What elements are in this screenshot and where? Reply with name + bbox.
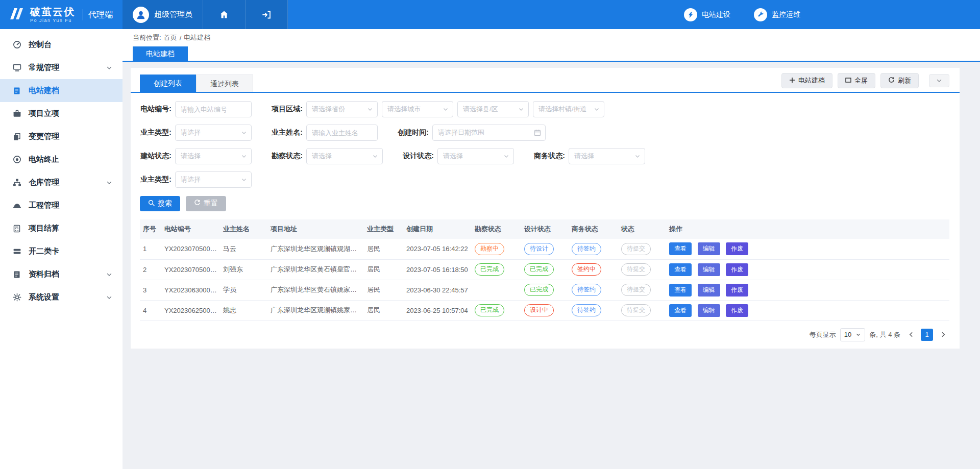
edit-button[interactable]: 编辑 bbox=[698, 284, 720, 297]
sidebar-item-console[interactable]: 控制台 bbox=[0, 33, 122, 56]
tab-passed-list[interactable]: 通过列表 bbox=[196, 75, 253, 92]
warehouse-icon bbox=[12, 178, 21, 187]
chevron-down-icon bbox=[634, 153, 641, 159]
collapse-button[interactable] bbox=[929, 74, 949, 87]
col-header-address: 项目地址 bbox=[267, 219, 364, 239]
owner-type-select[interactable]: 请选择 bbox=[175, 125, 252, 141]
design-status-badge: 设计中 bbox=[524, 304, 554, 316]
design-status-placeholder: 请选择 bbox=[443, 152, 463, 161]
logout-button[interactable] bbox=[246, 0, 288, 29]
col-header-survey: 勘察状态 bbox=[472, 219, 521, 239]
search-icon bbox=[148, 200, 155, 208]
search-label: 搜索 bbox=[158, 199, 172, 208]
sidebar-item-second-class-card[interactable]: 开二类卡 bbox=[0, 240, 122, 263]
owner-type2-select[interactable]: 请选择 bbox=[175, 171, 252, 188]
fullscreen-button[interactable]: 全屏 bbox=[838, 73, 875, 88]
tab-create-list[interactable]: 创建列表 bbox=[140, 75, 196, 92]
edit-button[interactable]: 编辑 bbox=[698, 304, 720, 317]
view-button[interactable]: 查看 bbox=[669, 304, 692, 317]
cell-code: YX2023063000009 bbox=[161, 280, 220, 300]
table-row: 2 YX2023070500010 刘强东 广东深圳龙华区黄石镇皇官大... 居… bbox=[140, 259, 949, 280]
sidebar-item-system-settings[interactable]: 系统设置 bbox=[0, 286, 122, 309]
page-number-1[interactable]: 1 bbox=[921, 329, 933, 341]
refresh-button[interactable]: 刷新 bbox=[880, 73, 919, 88]
edit-button[interactable]: 编辑 bbox=[698, 263, 720, 276]
chevron-down-icon bbox=[936, 78, 942, 84]
chevron-down-icon bbox=[855, 332, 861, 337]
cell-owner: 学员 bbox=[220, 280, 267, 300]
town-select[interactable]: 请选择村镇/街道 bbox=[533, 101, 604, 117]
chevron-down-icon bbox=[594, 106, 600, 112]
chevron-down-icon bbox=[241, 153, 247, 159]
view-button[interactable]: 查看 bbox=[669, 242, 692, 255]
monitor-icon bbox=[12, 63, 21, 72]
col-header-type: 业主类型 bbox=[364, 219, 403, 239]
fullscreen-label: 全屏 bbox=[854, 76, 868, 85]
sidebar-item-label: 项目立项 bbox=[29, 109, 59, 118]
page-tab-station-archive[interactable]: 电站建档 bbox=[133, 46, 188, 61]
card-tabs-row: 创建列表 通过列表 电站建档 全屏 bbox=[131, 68, 960, 93]
cell-type: 居民 bbox=[364, 280, 403, 300]
per-page-select[interactable]: 10 bbox=[840, 328, 865, 341]
owner-type-label: 业主类型: bbox=[140, 128, 172, 137]
breadcrumb: 当前位置: 首页 / 电站建档 bbox=[122, 29, 980, 46]
owner-type2-placeholder: 请选择 bbox=[181, 175, 201, 184]
survey-status-badge: 勘察中 bbox=[475, 243, 504, 255]
owner-name-input[interactable] bbox=[306, 125, 378, 141]
county-select[interactable]: 请选择县/区 bbox=[457, 101, 529, 117]
sidebar-item-project-settlement[interactable]: 项目结算 bbox=[0, 217, 122, 240]
cell-created: 2023-07-05 16:18:50 bbox=[403, 259, 472, 280]
sidebar-item-general-management[interactable]: 常规管理 bbox=[0, 56, 122, 79]
sidebar-item-change-management[interactable]: 变更管理 bbox=[0, 125, 122, 148]
nav-monitor-ops-label: 监控运维 bbox=[772, 10, 800, 19]
void-button[interactable]: 作废 bbox=[726, 304, 748, 317]
user-menu[interactable]: 超级管理员 bbox=[122, 0, 203, 29]
business-status-select[interactable]: 请选择 bbox=[569, 148, 645, 164]
chevron-right-icon[interactable] bbox=[937, 329, 949, 341]
create-time-range-picker[interactable]: 请选择日期范围 bbox=[432, 125, 546, 141]
void-button[interactable]: 作废 bbox=[726, 284, 748, 297]
province-placeholder: 请选择省份 bbox=[312, 105, 345, 114]
sidebar-item-engineering-management[interactable]: 工程管理 bbox=[0, 194, 122, 217]
create-station-button[interactable]: 电站建档 bbox=[781, 73, 832, 88]
search-button[interactable]: 搜索 bbox=[140, 196, 180, 211]
business-status-placeholder: 请选择 bbox=[574, 152, 594, 161]
per-page-prefix: 每页显示 bbox=[810, 330, 836, 339]
cell-created: 2023-06-30 22:45:57 bbox=[403, 280, 472, 300]
city-select[interactable]: 请选择城市 bbox=[382, 101, 453, 117]
chevron-left-icon[interactable] bbox=[904, 329, 917, 341]
void-button[interactable]: 作废 bbox=[726, 263, 748, 276]
reset-button[interactable]: 重置 bbox=[186, 196, 226, 211]
survey-status-select[interactable]: 请选择 bbox=[306, 148, 383, 164]
owner-name-label: 业主姓名: bbox=[271, 128, 303, 137]
sidebar-item-warehouse-management[interactable]: 仓库管理 bbox=[0, 171, 122, 194]
view-button[interactable]: 查看 bbox=[669, 284, 692, 297]
design-status-select[interactable]: 请选择 bbox=[437, 148, 514, 164]
business-status-badge: 待签约 bbox=[572, 243, 601, 255]
nav-station-build[interactable]: 电站建设 bbox=[684, 8, 730, 21]
logo-icon bbox=[7, 6, 26, 23]
cell-code: YX2023062500004 bbox=[161, 300, 220, 320]
nav-monitor-ops[interactable]: 监控运维 bbox=[754, 8, 800, 21]
lightning-icon bbox=[684, 8, 697, 21]
void-button[interactable]: 作废 bbox=[726, 242, 748, 255]
sidebar-item-data-archive[interactable]: 资料归档 bbox=[0, 263, 122, 286]
build-status-select[interactable]: 请选择 bbox=[175, 148, 252, 164]
create-time-placeholder: 请选择日期范围 bbox=[438, 128, 484, 137]
cell-created: 2023-06-25 10:57:04 bbox=[403, 300, 472, 320]
station-code-input[interactable] bbox=[175, 101, 252, 117]
card-icon bbox=[12, 247, 21, 256]
sidebar-item-station-termination[interactable]: 电站终止 bbox=[0, 148, 122, 171]
reset-icon bbox=[194, 200, 201, 208]
sidebar-item-project-initiation[interactable]: 项目立项 bbox=[0, 102, 122, 125]
edit-button[interactable]: 编辑 bbox=[698, 242, 720, 255]
sidebar-item-label: 工程管理 bbox=[29, 201, 59, 210]
build-status-label: 建站状态: bbox=[140, 152, 172, 161]
province-select[interactable]: 请选择省份 bbox=[306, 101, 378, 117]
breadcrumb-home[interactable]: 首页 bbox=[164, 33, 177, 42]
home-button[interactable] bbox=[203, 0, 246, 29]
sidebar-item-station-archive[interactable]: 电站建档 bbox=[0, 79, 122, 102]
sidebar-item-label: 电站建档 bbox=[29, 86, 59, 95]
view-button[interactable]: 查看 bbox=[669, 263, 692, 276]
col-header-actions: 操作 bbox=[666, 219, 949, 239]
